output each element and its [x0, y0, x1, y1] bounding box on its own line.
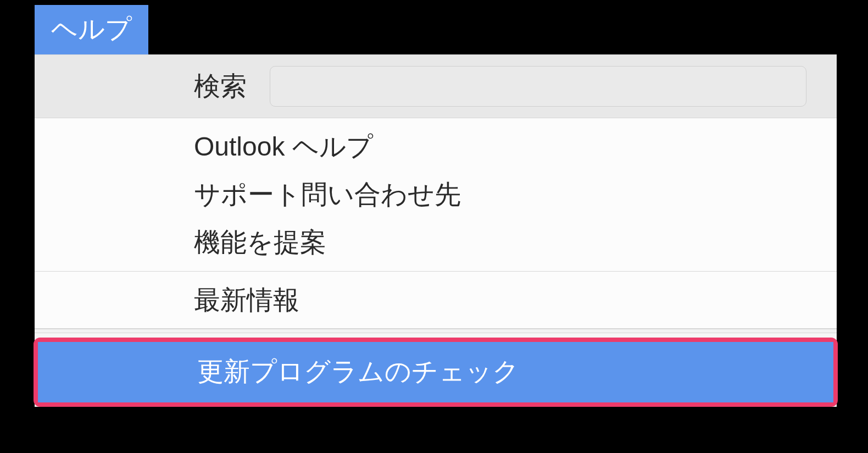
- highlighted-callout: 更新プログラムのチェック: [34, 338, 838, 407]
- menu-item-suggest-feature[interactable]: 機能を提案: [35, 218, 837, 266]
- search-input[interactable]: [270, 66, 806, 107]
- menu-group-1: Outlook ヘルプ サポート問い合わせ先 機能を提案: [35, 118, 837, 272]
- menu-item-whats-new[interactable]: 最新情報: [35, 276, 837, 324]
- search-label: 検索: [194, 69, 247, 104]
- search-row: 検索: [35, 55, 837, 118]
- menu-item-support-contact[interactable]: サポート問い合わせ先: [35, 170, 837, 218]
- menu-separator: [35, 329, 837, 333]
- help-menu-title[interactable]: ヘルプ: [35, 5, 148, 54]
- menu-item-check-updates[interactable]: 更新プログラムのチェック: [38, 342, 833, 402]
- menu-group-2: 最新情報: [35, 272, 837, 329]
- menu-item-outlook-help[interactable]: Outlook ヘルプ: [35, 123, 837, 170]
- help-dropdown: 検索 Outlook ヘルプ サポート問い合わせ先 機能を提案 最新情報 更新プ…: [35, 54, 837, 407]
- help-menu: ヘルプ 検索 Outlook ヘルプ サポート問い合わせ先 機能を提案 最新情報…: [35, 5, 837, 407]
